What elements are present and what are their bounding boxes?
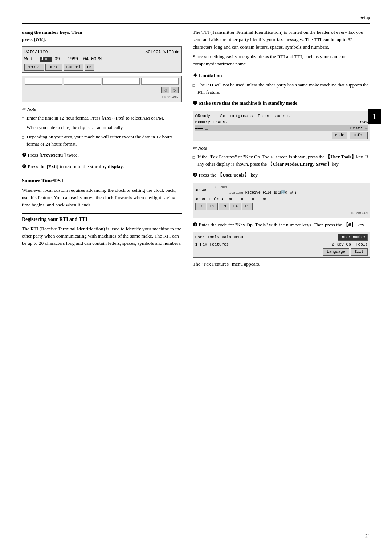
- power-bar-box: ●Power ⊢⇒ Commu- nicating Receive File 🖹…: [193, 183, 370, 218]
- ready-lcd: ◯Ready Set originals. Enter fax no. Memo…: [193, 111, 370, 141]
- limitation-icon: ✦: [193, 72, 199, 78]
- note-section-2: ✏ Note □ If the "Fax Features" or "Key O…: [193, 145, 370, 167]
- left-arrow-btn[interactable]: ◁: [161, 87, 169, 93]
- prev-btn[interactable]: ↑Prev.: [24, 64, 44, 71]
- divider-1: [22, 175, 182, 175]
- tks07-label: TKSS07AN: [195, 211, 368, 216]
- pencil-icon: ✏: [22, 106, 26, 112]
- tools-row-2: 1 Fax Features 2 Key Op. Tools: [195, 242, 368, 248]
- date-value: Wed. Jun. 09 1999 04:03PM: [24, 56, 102, 62]
- note2-item-1: □ If the "Fax Features" or "Key Op. Tool…: [193, 153, 370, 167]
- step-8: ❽ Press the [Exit] to return to the stan…: [22, 163, 182, 170]
- key-op-tools-item: 2 Key Op. Tools: [332, 242, 368, 248]
- step-3-text: Enter the code for "Key Op. Tools" with …: [199, 222, 365, 227]
- step-8-num: ❽: [22, 164, 28, 169]
- rti-tti-title: Registering your RTI and TTI: [22, 215, 182, 223]
- header-divider: [22, 23, 370, 25]
- setup-label: Setup: [0, 15, 392, 20]
- lcd-row-1: Date/Time: Select with◀▶: [24, 48, 179, 56]
- f4-key[interactable]: F4: [230, 203, 241, 210]
- input-bars-row: [25, 78, 179, 85]
- user-tools-label: ●User Tools ●: [195, 197, 224, 202]
- input-bar-2[interactable]: [64, 78, 101, 85]
- note-section-1: ✏ Note □ Enter the time in 12-hour forma…: [22, 106, 182, 147]
- lcd-row-2: Wed. Jun. 09 1999 04:03PM: [24, 56, 179, 63]
- step-2-num: ❷: [193, 172, 199, 178]
- summer-time-title: Summer Time/DST: [22, 177, 182, 185]
- checkbox-icon-1: □: [22, 115, 24, 122]
- fkeys: F1 F2 F3 F4 F5: [195, 203, 368, 210]
- ready-row-2: Memory Trans. 100%: [195, 119, 368, 125]
- cancel-btn[interactable]: Cancel: [64, 64, 83, 71]
- note-title-2: ✏ Note: [193, 145, 370, 152]
- comm-indicator: ▬▬▬ _: [195, 125, 208, 131]
- checkbox-icon-3: □: [22, 134, 24, 147]
- memory-trans: Memory Trans.: [195, 119, 228, 125]
- intro-text: using the number keys. Then press [OK].: [22, 29, 182, 44]
- tools-main-menu: User Tools Main Menu Enter number 1 Fax …: [193, 232, 370, 258]
- limitation-title: ✦ Limitation: [193, 71, 370, 80]
- tools-row-1: User Tools Main Menu Enter number: [195, 234, 368, 241]
- checkbox-icon-2: □: [22, 125, 24, 131]
- step-1-text: Make sure that the machine is in standby…: [199, 100, 298, 106]
- ready-row-3: ▬▬▬ _ Dest: 0: [195, 125, 368, 131]
- fax-features-item: 1 Fax Features: [195, 242, 229, 248]
- ready-indicator: ◯Ready Set originals. Enter fax no.: [195, 113, 290, 119]
- select-label: Select with◀▶: [145, 49, 179, 55]
- input-bar-3[interactable]: [102, 78, 140, 85]
- chapter-marker: 1: [368, 109, 381, 124]
- note-item-3: □ Depending on your area, your machine w…: [22, 133, 182, 147]
- step-3-num: ❸: [193, 222, 199, 227]
- power-label: ●Power: [195, 187, 208, 193]
- step-2: ❷ Press the 【User Tools】 key.: [193, 171, 370, 179]
- power-dot-row: ●User Tools ●: [195, 197, 368, 202]
- step-2-text: Press the 【User Tools】 key.: [199, 172, 258, 178]
- language-btn[interactable]: Language: [323, 248, 349, 256]
- lcd-buttons: ↑Prev. ↓Next Cancel OK: [24, 64, 179, 71]
- right-column: The TTI (Transmitter Terminal Identifica…: [189, 29, 370, 270]
- limitation-section: ✦ Limitation □ The RTI will not be used …: [193, 71, 370, 96]
- f2-key[interactable]: F2: [207, 203, 218, 210]
- next-btn[interactable]: ↓Next: [45, 64, 62, 71]
- f5-key[interactable]: F5: [242, 203, 253, 210]
- f3-key[interactable]: F3: [219, 203, 229, 210]
- limitation-checkbox: □: [193, 82, 195, 96]
- main-content: using the number keys. Then press [OK]. …: [0, 29, 392, 270]
- pencil-icon-2: ✏: [193, 145, 198, 151]
- step-7-num: ❼: [22, 152, 28, 158]
- rti-body: The RTI (Receive Terminal Identification…: [22, 225, 182, 247]
- dots: [225, 197, 266, 202]
- tools-buttons: Language Exit: [195, 248, 368, 256]
- mode-btn[interactable]: Mode: [332, 132, 347, 139]
- ready-row-4: Mode Info.: [195, 132, 368, 139]
- summer-time-body: Whenever local custom requires advancing…: [22, 187, 182, 209]
- ok-btn[interactable]: OK: [85, 64, 94, 71]
- input-bar-1[interactable]: [25, 78, 62, 85]
- right-arrow-btn[interactable]: ▷: [171, 87, 179, 93]
- input-bars-box: ◁ ▷ TKSS049N: [22, 76, 182, 102]
- jun-highlight: Jun.: [40, 57, 52, 62]
- store-body: Store something easily recognizable as t…: [193, 53, 370, 68]
- note-title-1: ✏ Note: [22, 106, 182, 113]
- tools-menu-label: User Tools Main Menu: [195, 234, 243, 240]
- fax-features-appears: The "Fax Features" menu appears.: [193, 260, 370, 268]
- f1-key[interactable]: F1: [195, 203, 206, 210]
- tksb-label: TKSS049N: [25, 94, 179, 100]
- divider-2: [22, 213, 182, 214]
- step-8-text: Press the [Exit] to return to the standb…: [28, 164, 124, 169]
- exit-btn[interactable]: Exit: [351, 248, 368, 256]
- datetime-label: Date/Time:: [24, 49, 50, 55]
- limitation-item-1: □ The RTI will not be used unless the ot…: [193, 81, 370, 96]
- step-7-text: Press [PrevMenu ] twice.: [28, 152, 79, 158]
- step-7: ❼ Press [PrevMenu ] twice.: [22, 151, 182, 159]
- left-column: using the number keys. Then press [OK]. …: [22, 29, 189, 270]
- input-bar-4[interactable]: [141, 78, 179, 85]
- note2-checkbox: □: [193, 154, 195, 167]
- step-1: ❶ Make sure that the machine is in stand…: [193, 99, 370, 107]
- power-icons: ⊢⇒ Commu- nicating Receive File 🖹🖺🔣⚙ ⛁ ℹ: [210, 185, 296, 196]
- note-item-1: □ Enter the time in 12-hour format. Pres…: [22, 114, 182, 122]
- arrow-buttons: ◁ ▷: [25, 87, 179, 93]
- page-number: 21: [365, 534, 370, 539]
- info-btn[interactable]: Info.: [350, 132, 368, 139]
- power-row-1: ●Power ⊢⇒ Commu- nicating Receive File 🖹…: [195, 185, 368, 196]
